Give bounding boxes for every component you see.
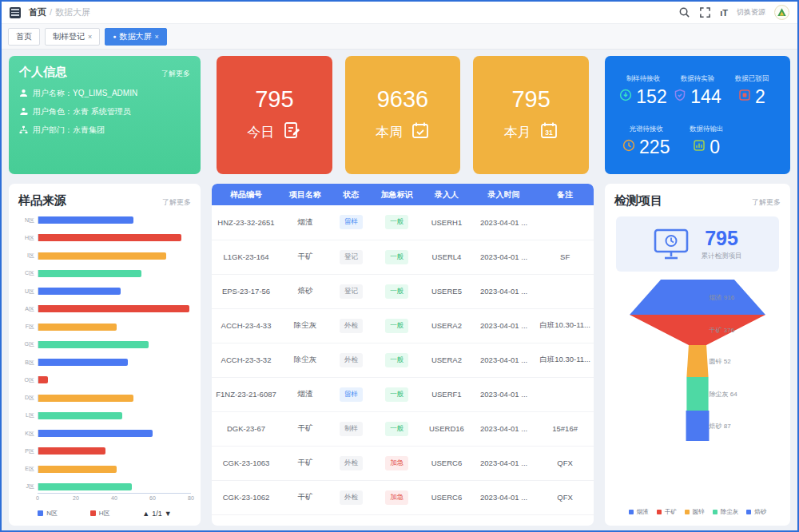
cell-status: 制样 bbox=[330, 411, 372, 446]
legend-item-H区[interactable]: H区 bbox=[90, 509, 110, 518]
calendar-31-icon: 31 bbox=[539, 121, 559, 144]
funnel-legend-item-焙砂[interactable]: 焙砂 bbox=[746, 508, 766, 516]
cell-entry-time: 2023-04-01 ... bbox=[471, 205, 536, 240]
legend-label: H区 bbox=[99, 509, 110, 518]
cell-sample-code: CGK-23-1062 bbox=[212, 480, 280, 514]
stat-card-value: 9636 bbox=[377, 86, 429, 113]
cell-note bbox=[536, 274, 594, 308]
status-badge: 外检 bbox=[340, 353, 363, 367]
cell-project-name: 焙砂 bbox=[280, 274, 330, 308]
cell-project-name: 干矿 bbox=[280, 480, 330, 514]
menu-icon[interactable] bbox=[10, 7, 21, 18]
funnel-segment-烟渣 bbox=[630, 280, 765, 315]
cell-entry-time: 2023-04-01 ... bbox=[471, 446, 536, 480]
stat-card-label: 本周 bbox=[376, 123, 403, 141]
cell-urgent-flag: 一般 bbox=[372, 205, 422, 240]
test-items-total: 795 bbox=[702, 227, 742, 250]
funnel-legend: 烟渣干矿圆锌除尘灰焙砂 bbox=[614, 505, 781, 519]
tab-close-icon[interactable]: × bbox=[88, 33, 92, 41]
bar bbox=[38, 288, 121, 295]
table-row[interactable]: EPS-23-17-56焙砂登记一般USERE52023-04-01 ... bbox=[212, 274, 594, 308]
tab-制样登记[interactable]: 制样登记× bbox=[45, 28, 100, 46]
tab-close-icon[interactable]: × bbox=[155, 33, 159, 41]
test-items-caption: 累计检测项目 bbox=[702, 252, 742, 261]
table-row[interactable]: ACCH-23-3-32除尘灰外检一般USERA22023-04-01 ...白… bbox=[212, 343, 594, 377]
funnel-segment-圆锌 bbox=[630, 345, 765, 377]
bar-label: O区 bbox=[18, 376, 38, 384]
header-right-label[interactable]: 切换资源 bbox=[737, 7, 765, 18]
fullscreen-icon[interactable] bbox=[699, 6, 711, 18]
bar bbox=[38, 234, 181, 241]
cell-project-name: 烟渣 bbox=[280, 205, 330, 240]
bar-row: A区 bbox=[18, 305, 191, 312]
table-row[interactable]: HNZ-23-32-2651烟渣留样一般USERH12023-04-01 ... bbox=[212, 205, 594, 240]
tab-首页[interactable]: 首页 bbox=[8, 28, 40, 46]
table-row[interactable]: F1NZ-23-21-6087烟渣留样一般USERF12023-04-01 ..… bbox=[212, 377, 594, 411]
breadcrumb-root[interactable]: 首页 bbox=[29, 7, 46, 17]
funnel-legend-item-干矿[interactable]: 干矿 bbox=[657, 508, 677, 516]
active-tab-dot: ● bbox=[113, 34, 116, 39]
cell-urgent-flag: 一般 bbox=[372, 308, 422, 343]
search-icon[interactable] bbox=[678, 6, 690, 18]
cell-sample-code: ACCH-23-3-32 bbox=[212, 343, 280, 377]
urgent-badge: 一般 bbox=[385, 250, 408, 264]
test-items-more-link[interactable]: 了解更多 bbox=[752, 197, 781, 208]
stop-icon bbox=[738, 89, 751, 105]
bar-row: F区 bbox=[18, 324, 191, 331]
table-header-cell: 备注 bbox=[536, 184, 594, 205]
tab-label: 制样登记 bbox=[53, 31, 85, 42]
cell-entry-time: 2023-04-01 ... bbox=[471, 240, 536, 274]
legend-label: 干矿 bbox=[665, 508, 677, 516]
stat-card-本月: 795本月31 bbox=[473, 56, 589, 174]
tab-数据大屏[interactable]: ●数据大屏× bbox=[105, 28, 167, 46]
cell-sample-code: ACCH-23-4-33 bbox=[212, 308, 280, 343]
personal-field: 用户角色：永青 系统管理员 bbox=[19, 106, 190, 117]
cell-status: 外检 bbox=[330, 446, 372, 480]
cell-sample-code: CGK-23-1063 bbox=[212, 446, 280, 480]
legend-label: 除尘灰 bbox=[721, 508, 739, 516]
urgent-badge: 一般 bbox=[385, 422, 408, 436]
funnel-label: 圆锌 52 bbox=[710, 357, 731, 366]
x-tick: 20 bbox=[73, 495, 79, 501]
funnel-legend-item-烟渣[interactable]: 烟渣 bbox=[629, 508, 649, 516]
bar bbox=[38, 305, 189, 312]
personal-field-text: 用户角色：永青 系统管理员 bbox=[33, 106, 131, 117]
test-items-title: 检测项目 bbox=[614, 193, 662, 208]
bar bbox=[38, 216, 133, 224]
personal-field-text: 用户名称：YQ_LIMS_ADMIN bbox=[33, 88, 137, 99]
sample-source-more-link[interactable]: 了解更多 bbox=[162, 197, 191, 208]
cell-status: 登记 bbox=[330, 240, 372, 274]
avatar[interactable] bbox=[774, 5, 789, 20]
funnel-legend-item-除尘灰[interactable]: 除尘灰 bbox=[713, 508, 739, 516]
pager-up-icon[interactable]: ▲ bbox=[142, 510, 149, 518]
table-row[interactable]: ACCH-23-4-33除尘灰外检一般USERA22023-04-01 ...白… bbox=[212, 308, 594, 343]
cell-note: QFX bbox=[536, 480, 594, 514]
personal-more-link[interactable]: 了解更多 bbox=[161, 69, 190, 79]
table-header-cell: 样品编号 bbox=[212, 184, 280, 205]
bar-label: G区 bbox=[18, 340, 38, 348]
edit-note-icon bbox=[282, 121, 301, 144]
legend-item-N区[interactable]: N区 bbox=[38, 509, 58, 518]
table-row[interactable]: CGK-23-1062干矿外检加急USERC62023-04-01 ...QFX bbox=[212, 480, 594, 514]
cell-entry-time: 2023-04-01 ... bbox=[471, 274, 536, 308]
funnel-legend-item-圆锌[interactable]: 圆锌 bbox=[685, 508, 705, 516]
legend-pager[interactable]: ▲1/1▼ bbox=[142, 510, 171, 518]
pager-down-icon[interactable]: ▼ bbox=[165, 510, 172, 518]
role-icon bbox=[19, 107, 28, 117]
bar-label: N区 bbox=[18, 216, 38, 224]
font-size-icon[interactable]: ıT bbox=[720, 8, 728, 18]
bar-row: N区 bbox=[18, 216, 191, 224]
chart-icon bbox=[693, 139, 706, 155]
table-row[interactable]: DGK-23-67干矿制样一般USERD162023-04-01 ...15#1… bbox=[212, 411, 594, 446]
bar-label: B区 bbox=[18, 359, 38, 367]
cell-status: 留样 bbox=[330, 377, 372, 411]
cell-urgent-flag: 一般 bbox=[372, 377, 422, 411]
status-badge: 制样 bbox=[340, 422, 363, 436]
cell-entry-time: 2023-04-01 ... bbox=[471, 308, 536, 343]
bar-row: D区 bbox=[18, 395, 191, 402]
blue-stat-value: 225 bbox=[639, 137, 670, 158]
table-row[interactable]: L1GK-23-164干矿登记一般USERL42023-04-01 ...SF bbox=[212, 240, 594, 274]
bar-row: H区 bbox=[18, 234, 191, 241]
table-row[interactable]: CGK-23-1063干矿外检加急USERC62023-04-01 ...QFX bbox=[212, 446, 594, 480]
funnel-label: 焙砂 87 bbox=[710, 422, 731, 431]
